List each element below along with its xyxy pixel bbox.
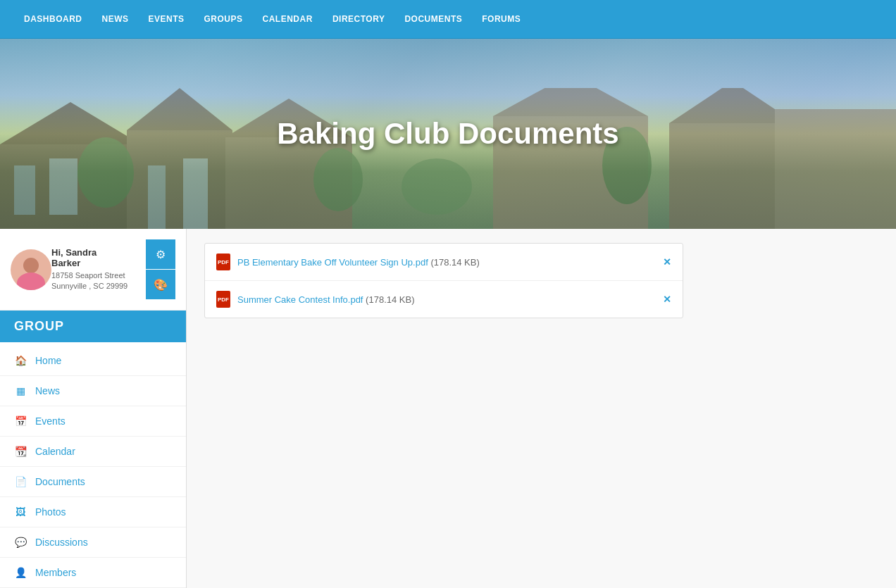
documents-icon: 📄 [14,476,27,487]
svg-rect-7 [183,158,208,229]
events-icon: 📅 [14,415,27,427]
user-greeting-hi: Hi, Sandra [51,247,97,258]
user-greeting: Hi, Sandra Barker [51,247,139,268]
nav-directory[interactable]: DIRECTORY [323,0,395,39]
doc-delete-2[interactable]: ✕ [663,294,671,305]
hero-buildings-svg [0,88,896,229]
doc-link-1[interactable]: PB Elementary Bake Off Volunteer Sign Up… [237,257,480,268]
sidebar-item-members-label: Members [35,567,76,578]
hero-banner: Baking Club Documents [0,39,896,229]
svg-point-15 [77,137,134,208]
avatar [11,249,51,290]
doc-delete-1[interactable]: ✕ [663,256,671,268]
top-navigation: DASHBOARD NEWS EVENTS GROUPS CALENDAR DI… [0,0,896,39]
pdf-icon: PDF [216,254,230,270]
sidebar-item-news-label: News [35,385,60,396]
sidebar-item-news[interactable]: ▦ News [0,376,186,406]
svg-marker-11 [493,88,648,116]
doc-link-2[interactable]: Summer Cake Contest Info.pdf (178.14 KB) [237,294,414,305]
calendar-icon: 📆 [14,446,27,457]
svg-marker-5 [127,88,232,130]
page-title: Baking Club Documents [277,117,618,151]
sidebar-item-members[interactable]: 👤 Members [0,558,186,588]
document-list: PDF PB Elementary Bake Off Volunteer Sig… [204,243,683,318]
sidebar-item-photos[interactable]: 🖼 Photos [0,497,186,527]
svg-rect-2 [14,165,35,215]
user-action-icons: ⚙ 🎨 [146,239,175,299]
user-address-line2: Sunnyville , SC 29999 [51,282,127,290]
document-content-area: PDF PB Elementary Bake Off Volunteer Sig… [187,229,896,588]
user-info: Hi, Sandra Barker 18758 Seaport Street S… [51,247,139,292]
sidebar-item-calendar[interactable]: 📆 Calendar [0,437,186,467]
sidebar-item-events[interactable]: 📅 Events [0,406,186,437]
nav-forums[interactable]: FORUMS [472,0,530,39]
sidebar-item-discussions-label: Discussions [35,537,88,548]
doc-name-1: PB Elementary Bake Off Volunteer Sign Up… [237,257,428,268]
home-icon: 🏠 [14,355,27,366]
document-item: PDF Summer Cake Contest Info.pdf (178.14… [205,281,683,318]
palette-icon-button[interactable]: 🎨 [146,270,175,299]
svg-marker-1 [0,102,141,144]
sidebar-item-calendar-label: Calendar [35,446,75,457]
doc-item-left: PDF Summer Cake Contest Info.pdf (178.14… [216,291,414,308]
svg-point-17 [402,158,472,215]
sidebar-item-events-label: Events [35,415,66,427]
nav-dashboard[interactable]: DASHBOARD [14,0,92,39]
user-greeting-name: Barker [51,258,80,268]
news-icon: ▦ [14,385,27,396]
svg-rect-6 [148,165,166,229]
sidebar-item-documents-label: Documents [35,476,85,487]
sidebar-item-photos-label: Photos [35,506,66,518]
discussions-icon: 💬 [14,537,27,548]
sidebar-item-home-label: Home [35,355,61,366]
photos-icon: 🖼 [14,506,27,518]
document-item: PDF PB Elementary Bake Off Volunteer Sig… [205,244,683,281]
doc-size-1: (178.14 KB) [430,257,479,268]
user-card: Hi, Sandra Barker 18758 Seaport Street S… [0,229,186,311]
sidebar-item-documents[interactable]: 📄 Documents [0,467,186,497]
sidebar-item-home[interactable]: 🏠 Home [0,346,186,376]
pdf-icon: PDF [216,291,230,308]
svg-rect-4 [127,130,232,229]
user-address: 18758 Seaport Street Sunnyville , SC 299… [51,270,139,292]
sidebar-item-discussions[interactable]: 💬 Discussions [0,527,186,558]
doc-item-left: PDF PB Elementary Bake Off Volunteer Sig… [216,254,480,270]
members-icon: 👤 [14,567,27,578]
nav-news[interactable]: NEWS [92,0,139,39]
nav-calendar[interactable]: CALENDAR [253,0,323,39]
nav-groups[interactable]: GROUPS [194,0,253,39]
settings-icon-button[interactable]: ⚙ [146,239,175,269]
main-content: Hi, Sandra Barker 18758 Seaport Street S… [0,229,896,588]
svg-point-16 [313,148,363,211]
sidebar: Hi, Sandra Barker 18758 Seaport Street S… [0,229,187,588]
sidebar-nav: 🏠 Home ▦ News 📅 Events 📆 Calendar 📄 Docu… [0,342,186,588]
nav-documents[interactable]: DOCUMENTS [394,0,472,39]
group-label: GROUP [0,311,186,342]
doc-name-2: Summer Cake Contest Info.pdf [237,294,363,305]
doc-size-2: (178.14 KB) [366,294,414,305]
svg-rect-14 [775,109,896,229]
user-address-line1: 18758 Seaport Street [51,271,125,280]
nav-events[interactable]: EVENTS [139,0,194,39]
svg-rect-3 [49,158,77,215]
